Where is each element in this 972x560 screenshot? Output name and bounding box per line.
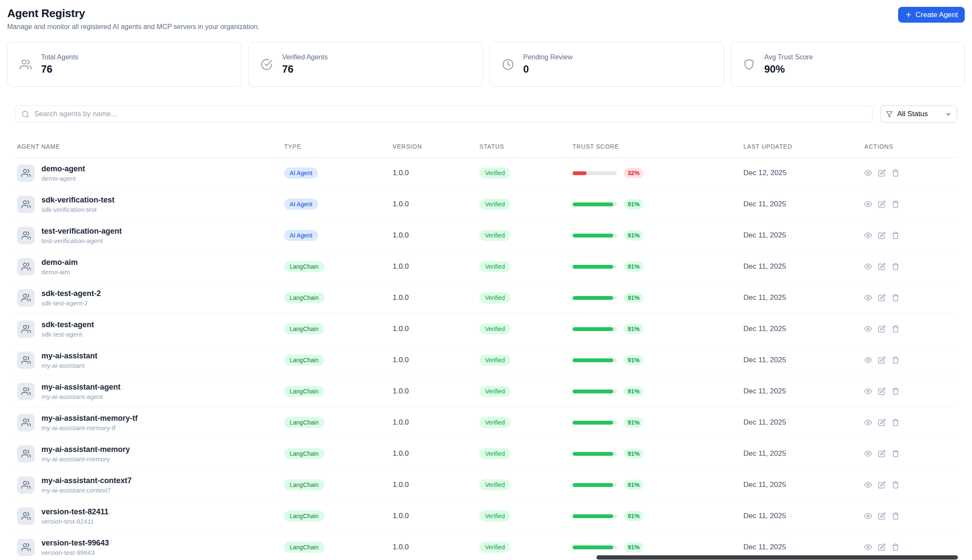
edit-button[interactable] — [878, 419, 886, 426]
table-row[interactable]: demo-aim demo-aim LangChain 1.0.0 Verifi… — [15, 251, 957, 282]
status-filter-select[interactable]: All Status — [880, 106, 957, 123]
edit-button[interactable] — [878, 263, 886, 270]
trust-score-bar — [573, 296, 617, 300]
view-button[interactable] — [864, 200, 872, 208]
trust-score-bar-fill — [573, 390, 613, 393]
stat-text: Verified Agents 76 — [282, 53, 328, 75]
edit-button[interactable] — [878, 294, 886, 302]
users-icon — [21, 168, 31, 178]
table-row[interactable]: my-ai-assistant-memory-tf my-ai-assistan… — [15, 407, 957, 438]
view-button[interactable] — [864, 263, 872, 270]
edit-icon — [878, 169, 886, 177]
status-badge: Verified — [479, 167, 511, 179]
agent-name: sdk-test-agent-2 — [41, 289, 101, 298]
view-button[interactable] — [864, 294, 872, 302]
edit-button[interactable] — [878, 169, 886, 177]
users-icon — [21, 199, 31, 209]
type-badge: AI Agent — [284, 167, 318, 179]
trust-score-bar-fill — [573, 327, 613, 331]
delete-button[interactable] — [892, 419, 899, 426]
last-updated: Dec 11, 2025 — [741, 543, 862, 551]
edit-button[interactable] — [878, 325, 886, 333]
view-button[interactable] — [864, 387, 872, 395]
delete-button[interactable] — [892, 169, 899, 177]
edit-button[interactable] — [878, 512, 886, 520]
delete-button[interactable] — [892, 512, 899, 520]
edit-button[interactable] — [878, 481, 886, 489]
table-row[interactable]: version-test-82411 version-test-82411 La… — [15, 501, 957, 532]
trust-score-bar-fill — [573, 483, 613, 487]
eye-icon — [864, 387, 872, 395]
trust-score-bar-fill — [573, 265, 613, 269]
trust-percent-badge: 91% — [624, 199, 643, 209]
table-row[interactable]: demo-agent demo-agent AI Agent 1.0.0 Ver… — [15, 158, 957, 189]
col-header-last-updated: LAST UPDATED — [741, 143, 862, 150]
last-updated: Dec 11, 2025 — [741, 293, 862, 302]
trust-percent-badge: 91% — [624, 293, 643, 303]
view-button[interactable] — [864, 450, 872, 457]
view-button[interactable] — [864, 325, 872, 333]
create-agent-button[interactable]: Create Agent — [898, 7, 965, 23]
horizontal-scrollbar-thumb[interactable] — [596, 555, 958, 560]
table-row[interactable]: my-ai-assistant-context7 my-ai-assistant… — [15, 469, 957, 501]
stat-text: Total Agents 76 — [41, 53, 78, 75]
view-button[interactable] — [864, 419, 872, 426]
agent-name: my-ai-assistant-context7 — [41, 476, 132, 485]
delete-button[interactable] — [892, 356, 899, 364]
delete-button[interactable] — [892, 263, 899, 270]
last-updated: Dec 11, 2025 — [741, 481, 862, 489]
table-row[interactable]: my-ai-assistant-memory my-ai-assistant-m… — [15, 438, 957, 469]
view-button[interactable] — [864, 232, 872, 239]
delete-button[interactable] — [892, 481, 899, 489]
edit-button[interactable] — [878, 356, 886, 364]
table-body: demo-agent demo-agent AI Agent 1.0.0 Ver… — [15, 158, 957, 560]
view-button[interactable] — [864, 356, 872, 364]
edit-button[interactable] — [878, 200, 886, 208]
view-button[interactable] — [864, 543, 872, 551]
view-button[interactable] — [864, 169, 872, 177]
edit-button[interactable] — [878, 450, 886, 457]
last-updated: Dec 11, 2025 — [741, 418, 862, 427]
trust-percent-badge: 91% — [624, 449, 643, 459]
delete-button[interactable] — [892, 387, 899, 395]
trash-icon — [892, 263, 899, 270]
stat-text: Avg Trust Score 90% — [764, 53, 813, 75]
edit-button[interactable] — [878, 543, 886, 551]
view-button[interactable] — [864, 512, 872, 520]
stat-card-avg-trust-score: Avg Trust Score 90% — [731, 42, 965, 87]
users-icon — [20, 59, 32, 70]
edit-icon — [878, 263, 886, 270]
trust-score-bar — [573, 234, 617, 237]
delete-button[interactable] — [892, 232, 899, 239]
trust-score-bar — [573, 452, 617, 456]
plus-icon — [905, 11, 912, 18]
trust-percent-badge: 32% — [624, 168, 643, 178]
table-row[interactable]: sdk-test-agent sdk-test-agent LangChain … — [15, 314, 957, 345]
view-button[interactable] — [864, 481, 872, 489]
stat-value: 76 — [282, 63, 328, 75]
table-row[interactable]: my-ai-assistant my-ai-assistant LangChai… — [15, 345, 957, 376]
last-updated: Dec 11, 2025 — [741, 449, 862, 458]
agent-avatar — [17, 414, 35, 431]
trust-score-bar — [573, 545, 617, 549]
table-row[interactable]: sdk-test-agent-2 sdk-test-agent-2 LangCh… — [15, 282, 957, 314]
agent-name-block: my-ai-assistant-memory my-ai-assistant-m… — [41, 445, 130, 463]
table-row[interactable]: test-verification-agent test-verificatio… — [15, 220, 957, 251]
edit-button[interactable] — [878, 387, 886, 395]
delete-button[interactable] — [892, 450, 899, 457]
delete-button[interactable] — [892, 543, 899, 551]
agent-name-block: version-test-99643 version-test-99643 — [41, 539, 109, 556]
delete-button[interactable] — [892, 200, 899, 208]
agent-slug: sdk-verification-test — [41, 206, 115, 213]
edit-button[interactable] — [878, 232, 886, 239]
table-row[interactable]: my-ai-assistant-agent my-ai-assistant-ag… — [15, 376, 957, 407]
trash-icon — [892, 325, 899, 333]
trust-score-bar — [573, 483, 617, 487]
agent-name-block: my-ai-assistant-context7 my-ai-assistant… — [41, 476, 132, 494]
delete-button[interactable] — [892, 294, 899, 302]
agent-name-block: sdk-test-agent sdk-test-agent — [41, 320, 94, 338]
search-input[interactable] — [34, 110, 866, 118]
eye-icon — [864, 450, 872, 457]
table-row[interactable]: sdk-verification-test sdk-verification-t… — [15, 189, 957, 220]
delete-button[interactable] — [892, 325, 899, 333]
